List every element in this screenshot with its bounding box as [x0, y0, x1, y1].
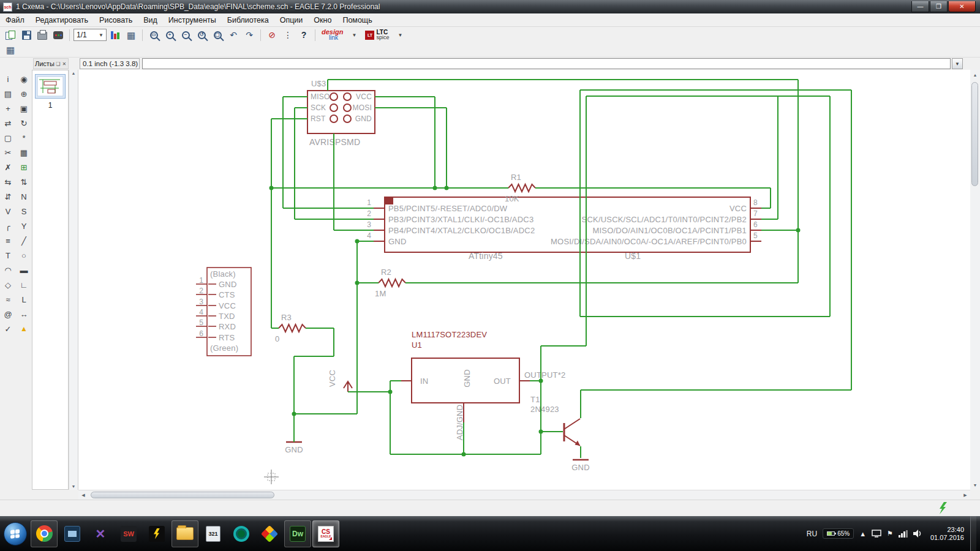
mirror-tool[interactable]: ⇄ — [1, 116, 15, 130]
group-tool[interactable]: ▢ — [1, 131, 15, 144]
redo-button[interactable]: ↷ — [242, 28, 257, 42]
zoom-select-button[interactable]: ▢ — [210, 28, 225, 42]
command-input[interactable] — [142, 58, 951, 69]
grid-toggle-button[interactable]: ▦ — [124, 28, 138, 42]
undo-button[interactable]: ↶ — [226, 28, 241, 42]
vertical-scrollbar[interactable]: ▲ ▼ — [970, 70, 980, 490]
net-tool[interactable]: ∟ — [17, 278, 31, 291]
net-junction[interactable] — [355, 281, 360, 285]
hidden-icons-button[interactable]: ▲ — [859, 530, 866, 538]
smash-tool[interactable]: S — [17, 204, 31, 218]
net-junction[interactable] — [539, 430, 543, 434]
grid-scale-combo[interactable]: 1/1 ▼ — [74, 29, 107, 41]
taskbar-chrome[interactable] — [31, 520, 58, 547]
rotate-tool[interactable]: ↻ — [17, 116, 31, 130]
taskbar-calculator[interactable]: 321 — [200, 520, 227, 547]
scroll-down-icon[interactable]: ▼ — [69, 484, 78, 489]
ltspice-button[interactable]: LT LTC spice — [363, 29, 391, 40]
start-button[interactable] — [4, 522, 27, 545]
menu-item-5[interactable]: Библиотека — [222, 14, 274, 26]
switch-editor-button[interactable] — [3, 28, 18, 42]
taskbar-explorer[interactable] — [172, 520, 198, 547]
scroll-thumb[interactable] — [91, 492, 274, 498]
zoom-in-button[interactable]: + — [162, 28, 177, 42]
net-junction[interactable] — [270, 186, 274, 190]
panel-float-button[interactable]: ❏ — [56, 61, 61, 67]
taskbar-solidworks[interactable]: SW — [115, 520, 142, 547]
scroll-down-icon[interactable]: ▼ — [970, 480, 980, 490]
erc-tool[interactable]: ✓ — [1, 322, 15, 335]
dimension-tool[interactable]: ↔ — [17, 307, 31, 321]
action-center-flag-icon[interactable]: ⚑ — [887, 530, 893, 538]
save-button[interactable] — [19, 28, 34, 42]
layer-settings-button[interactable] — [108, 28, 123, 42]
language-indicator[interactable]: RU — [807, 530, 817, 538]
show-tool[interactable]: ◉ — [17, 72, 31, 86]
paste-tool[interactable]: ▦ — [17, 146, 31, 159]
net-junction[interactable] — [433, 186, 437, 190]
net-junction[interactable] — [292, 412, 296, 416]
menu-item-7[interactable]: Окно — [308, 14, 337, 26]
taskbar-gems-app[interactable] — [256, 520, 283, 547]
more-options-button[interactable]: ⋮ — [281, 28, 295, 42]
schematic-canvas[interactable]: MISOVCCSCKMOSIRSTGNDU$3AVRISPSMD1PB5/PCI… — [78, 70, 970, 490]
display-tool[interactable]: ▤ — [1, 87, 15, 100]
net-junction[interactable] — [796, 228, 801, 233]
network-icon[interactable] — [899, 530, 908, 538]
display-icon[interactable] — [872, 530, 881, 538]
scroll-up-icon[interactable]: ▲ — [69, 71, 78, 75]
attribute-tool[interactable]: @ — [1, 307, 15, 321]
net-junction[interactable] — [539, 379, 543, 383]
cut-tool[interactable]: ✂ — [1, 146, 15, 159]
wire-tool[interactable]: ╱ — [17, 234, 31, 247]
clock[interactable]: 23:40 01.07.2016 — [930, 526, 964, 542]
delete-tool[interactable]: ✗ — [1, 160, 15, 174]
stop-button[interactable]: ⊘ — [265, 28, 279, 42]
invoke-tool[interactable]: ≡ — [1, 234, 15, 247]
scroll-up-icon[interactable]: ▲ — [970, 70, 980, 80]
minimize-button[interactable]: — — [911, 1, 929, 12]
taskbar-visual-studio[interactable]: ✕ — [87, 520, 114, 547]
arc-tool[interactable]: ◠ — [1, 263, 15, 277]
change-tool[interactable]: * — [17, 131, 31, 144]
copy-tool[interactable]: ▣ — [17, 102, 31, 115]
scroll-thumb[interactable] — [971, 82, 978, 186]
polygon-tool[interactable]: ◇ — [1, 278, 15, 291]
cam-processor-button[interactable] — [51, 28, 66, 42]
maximize-button[interactable]: ❐ — [930, 1, 948, 12]
sheets-scrollbar[interactable]: ▲ ▼ — [69, 70, 78, 490]
menu-item-3[interactable]: Вид — [138, 14, 163, 26]
split-tool[interactable]: Y — [17, 219, 31, 233]
scroll-right-icon[interactable]: ▶ — [960, 490, 970, 500]
errors-tool[interactable]: ▲ — [17, 322, 31, 335]
mark-tool[interactable]: ⊕ — [17, 87, 31, 100]
command-history-dropdown[interactable]: ▼ — [952, 58, 963, 69]
zoom-out-button[interactable]: − — [178, 28, 193, 42]
pinswap-tool[interactable]: ⇆ — [1, 175, 15, 189]
net-junction[interactable] — [445, 186, 449, 190]
show-desktop-button[interactable] — [970, 516, 976, 551]
replace-tool[interactable]: ⇅ — [17, 175, 31, 189]
net-junction[interactable] — [355, 239, 360, 244]
name-tool[interactable]: N — [17, 190, 31, 203]
add-tool[interactable]: ⊞ — [17, 160, 31, 174]
menu-item-2[interactable]: Рисовать — [94, 14, 138, 26]
miter-tool[interactable]: ╭ — [1, 219, 15, 233]
menu-item-0[interactable]: Файл — [0, 14, 30, 26]
print-button[interactable] — [35, 28, 50, 42]
menu-item-6[interactable]: Опции — [274, 14, 309, 26]
panel-close-button[interactable]: ✕ — [62, 61, 67, 67]
label-tool[interactable]: L — [17, 293, 31, 306]
menu-item-4[interactable]: Инструменты — [163, 14, 222, 26]
text-tool[interactable]: T — [1, 249, 15, 262]
design-link-button[interactable]: design link — [319, 29, 345, 40]
sheet-thumbnail[interactable] — [35, 74, 66, 99]
taskbar-teal-ring-app[interactable] — [228, 520, 255, 547]
menu-item-1[interactable]: Редактировать — [30, 14, 94, 26]
circle-tool[interactable]: ○ — [17, 249, 31, 262]
gateswap-tool[interactable]: ⇵ — [1, 190, 15, 203]
net-junction[interactable] — [462, 452, 466, 457]
battery-indicator[interactable]: 65% — [823, 528, 854, 539]
sheet-number-label[interactable]: 1 — [32, 101, 68, 110]
close-button[interactable]: ✕ — [948, 1, 976, 12]
